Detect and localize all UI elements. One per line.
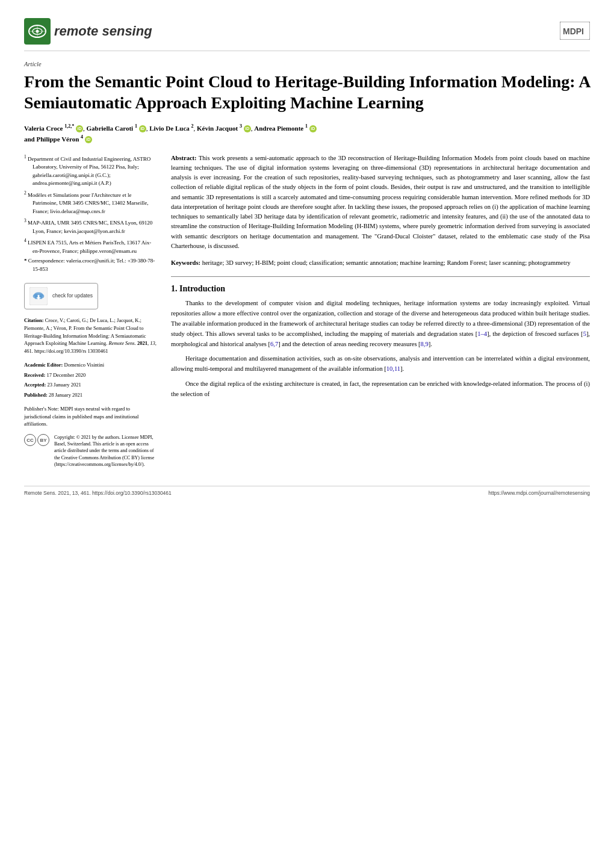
- ref-10-11[interactable]: 10,11: [386, 365, 400, 372]
- ref-1-4[interactable]: 1–4: [477, 330, 487, 337]
- page-container: remote sensing MDPI Article From the Sem…: [0, 0, 614, 868]
- citation-block: Citation: Croce, V.; Caroti, G.; De Luca…: [24, 317, 157, 355]
- cc-symbol: CC: [24, 434, 36, 446]
- affiliation-2: 2 Modèles et Simulations pour l'Architec…: [24, 190, 157, 216]
- ref-6-7[interactable]: 6,7: [270, 341, 278, 347]
- publisher-note-block: Publisher's Note: MDPI stays neutral wit…: [24, 405, 157, 428]
- abstract-section: Abstract: This work presents a semi-auto…: [171, 153, 590, 252]
- footer-left-text: Remote Sens. 2021, 13, 461. https://doi.…: [24, 490, 172, 496]
- author-gabriella: Gabriella Caroti 1: [86, 125, 137, 132]
- check-updates-text: check for updates: [52, 293, 93, 299]
- journal-name-text: remote sensing: [54, 23, 152, 39]
- academic-editor-block: Academic Editor: Domenico Visintini Rece…: [24, 361, 157, 399]
- keywords-text: Keywords: heritage; 3D survey; H-BIM; po…: [171, 258, 590, 268]
- two-column-layout: 1 Department of Civil and Industrial Eng…: [24, 153, 590, 474]
- journal-logo-icon: [24, 18, 51, 45]
- check-updates-icon: [29, 287, 48, 305]
- published-text: Published: 28 January 2021: [24, 391, 157, 399]
- svg-text:MDPI: MDPI: [563, 26, 584, 36]
- affiliation-1: 1 Department of Civil and Industrial Eng…: [24, 153, 157, 188]
- affiliation-4: 4 LISPEN EA 7515, Arts et Métiers ParisT…: [24, 237, 157, 255]
- academic-editor-text: Academic Editor: Domenico Visintini: [24, 361, 157, 369]
- abstract-text: Abstract: This work presents a semi-auto…: [171, 153, 590, 252]
- header-left: remote sensing: [24, 18, 152, 45]
- page-footer: Remote Sens. 2021, 13, 461. https://doi.…: [24, 486, 590, 496]
- received-text: Received: 17 December 2020: [24, 371, 157, 379]
- copyright-text: Copyright: © 2021 by the authors. Licens…: [54, 434, 157, 468]
- mdpi-logo: MDPI: [560, 22, 590, 41]
- affiliation-3: 3 MAP-ARIA, UMR 3495 CNRS/MC, ENSA Lyon,…: [24, 217, 157, 235]
- citation-text: Citation: Croce, V.; Caroti, G.; De Luca…: [24, 317, 157, 355]
- authors-line: Valeria Croce 1,2,* iD, Gabriella Caroti…: [24, 123, 590, 145]
- cc-icon: CC BY: [24, 434, 49, 446]
- affiliations-block: 1 Department of Civil and Industrial Eng…: [24, 153, 157, 274]
- footer-right-text: https://www.mdpi.com/journal/remotesensi…: [488, 490, 590, 496]
- check-updates-label: check for updates: [52, 293, 93, 299]
- author-livio: Livio De Luca 2: [149, 125, 193, 132]
- intro-paragraph-1: Thanks to the development of computer vi…: [171, 299, 590, 349]
- cc-license-block: CC BY Copyright: © 2021 by the authors. …: [24, 434, 157, 468]
- orcid-icon-gabriella: iD: [139, 125, 146, 132]
- orcid-icon-kevin: iD: [244, 125, 251, 132]
- orcid-icon-andrea: iD: [309, 125, 317, 132]
- keywords-section: Keywords: heritage; 3D survey; H-BIM; po…: [171, 258, 590, 268]
- ref-5[interactable]: 5: [583, 330, 586, 337]
- ref-8-9[interactable]: 8,9: [421, 341, 429, 347]
- section-divider: [171, 276, 590, 277]
- svg-rect-14: [38, 295, 40, 298]
- intro-paragraph-2: Heritage documentation and dissemination…: [171, 354, 590, 374]
- author-kevin: Kévin Jacquot 3: [197, 125, 242, 132]
- orcid-icon-philippe: iD: [85, 136, 92, 143]
- check-updates-badge: check for updates: [24, 283, 98, 309]
- orcid-icon-valeria: iD: [76, 125, 83, 132]
- left-column: 1 Department of Civil and Industrial Eng…: [24, 153, 157, 474]
- by-symbol: BY: [37, 434, 49, 446]
- section1-heading: 1. Introduction: [171, 284, 590, 294]
- accepted-text: Accepted: 23 January 2021: [24, 381, 157, 389]
- author-valeria: Valeria Croce 1,2,*: [24, 125, 74, 132]
- page-header: remote sensing MDPI: [24, 18, 590, 51]
- intro-paragraph-3: Once the digital replica of the existing…: [171, 379, 590, 400]
- journal-logo: remote sensing: [24, 18, 152, 45]
- article-title: From the Semantic Point Cloud to Heritag…: [24, 71, 590, 113]
- author-andrea: Andrea Piemonte 1: [254, 125, 308, 132]
- right-column: Abstract: This work presents a semi-auto…: [171, 153, 590, 474]
- author-philippe: and Philippe Véron 4: [24, 135, 83, 143]
- publisher-note-text: Publisher's Note: MDPI stays neutral wit…: [24, 405, 157, 428]
- article-type: Article: [24, 61, 590, 67]
- correspondence: * Correspondence: valeria.croce@unifi.it…: [24, 257, 157, 273]
